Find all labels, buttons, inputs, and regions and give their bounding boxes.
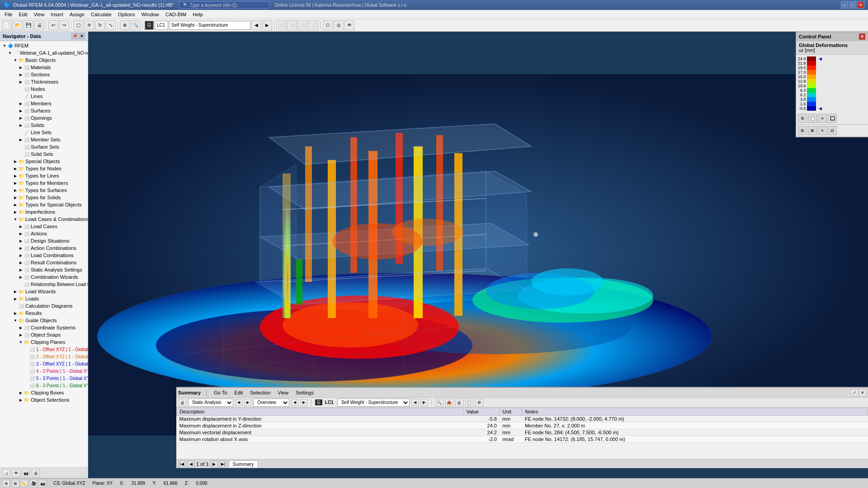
- toggle-types-special[interactable]: ▶: [13, 202, 18, 207]
- bt-zoom[interactable]: 🔍: [435, 399, 443, 407]
- toolbar-undo[interactable]: ↩: [48, 20, 58, 30]
- toggle-clip-boxes[interactable]: ▶: [18, 390, 24, 395]
- cp-icon5[interactable]: ⊞: [798, 126, 807, 135]
- viewport-3d[interactable]: Control Panel ✕ Global Deformations uz […: [88, 32, 868, 478]
- tree-cp5[interactable]: ⬜ 5 - 3 Points | 1 - Global XYZ: [0, 375, 88, 382]
- toggle-members[interactable]: ▶: [18, 101, 24, 106]
- bottom-prev-analysis[interactable]: ◀: [235, 399, 242, 406]
- bottom-next-analysis[interactable]: ▶: [244, 399, 251, 406]
- nav-bottom-display[interactable]: 👁: [12, 469, 20, 477]
- navigator-tree[interactable]: ▼ 🔷 RFEM ▼ 📄 Webinar_GA-1_all-updated_NO…: [0, 41, 88, 467]
- tree-cp4[interactable]: ⬜ 4 - 3 Points | 1 - Global XYZ: [0, 367, 88, 375]
- bt-print[interactable]: 🖨: [455, 399, 463, 407]
- toggle-materials[interactable]: ▶: [18, 65, 24, 70]
- tree-design-situations[interactable]: ▶ ⬜ Design Situations: [0, 237, 88, 244]
- menu-options[interactable]: Options: [115, 11, 138, 18]
- nav-bottom-data[interactable]: 📊: [2, 469, 10, 477]
- toggle-thicknesses[interactable]: ▶: [18, 79, 24, 84]
- nav-prev[interactable]: ◀: [187, 460, 194, 468]
- bt-copy[interactable]: 📋: [465, 399, 473, 407]
- tree-materials[interactable]: ▶ ⬜ Materials: [0, 64, 88, 71]
- toolbar-next-lc[interactable]: ▶: [262, 20, 272, 30]
- status-icon4[interactable]: 🎥: [30, 480, 37, 487]
- menu-cad-bim[interactable]: CAD-BIM: [163, 11, 189, 18]
- tree-solid-sets[interactable]: ⬜ Solid Sets: [0, 150, 88, 158]
- toggle-load-combs[interactable]: ▶: [18, 253, 24, 258]
- tree-types-members[interactable]: ▶ 📁 Types for Members: [0, 179, 88, 187]
- status-icon1[interactable]: ⊕: [3, 480, 10, 487]
- toggle-load-cases[interactable]: ▶: [18, 224, 24, 229]
- menu-insert[interactable]: Insert: [48, 11, 66, 18]
- control-panel-close[interactable]: ✕: [859, 33, 865, 40]
- tree-types-nodes[interactable]: ▶ 📁 Types for Nodes: [0, 165, 88, 172]
- bottom-tb-icon1[interactable]: 🖨: [178, 399, 186, 407]
- status-icon2[interactable]: ⊞: [12, 480, 19, 487]
- tree-coordinate-systems[interactable]: ▶ ⬜ Coordinate Systems: [0, 324, 88, 331]
- bottom-next-overview[interactable]: ▶: [300, 399, 307, 406]
- toolbar-select[interactable]: ▢: [73, 20, 83, 30]
- tree-loads[interactable]: ▶ 📁 Loads: [0, 295, 88, 302]
- toggle-line-sets[interactable]: [18, 130, 24, 135]
- tree-line-sets[interactable]: ╱ Line Sets: [0, 129, 88, 136]
- menu-edit[interactable]: Edit: [16, 11, 30, 18]
- minimize-button[interactable]: ─: [841, 1, 848, 9]
- status-icon5[interactable]: 📷: [39, 480, 46, 487]
- nav-last[interactable]: ▶|: [220, 460, 227, 468]
- toggle-surface-sets[interactable]: [18, 144, 24, 150]
- toggle-results[interactable]: ▶: [13, 310, 18, 316]
- tree-load-cases-combs[interactable]: ▼ 📁 Load Cases & Combinations: [0, 216, 88, 223]
- bottom-selection[interactable]: Selection: [248, 389, 272, 396]
- toolbar-save[interactable]: 💾: [24, 20, 33, 30]
- toggle-lines[interactable]: [18, 94, 24, 99]
- bottom-view[interactable]: View: [276, 389, 291, 396]
- tree-types-special[interactable]: ▶ 📁 Types for Special Objects: [0, 201, 88, 208]
- toggle-surfaces[interactable]: ▶: [18, 108, 24, 113]
- lc-number-combo[interactable]: LC1: [155, 21, 168, 30]
- tree-lines[interactable]: ╱ Lines: [0, 93, 88, 100]
- tree-cp1[interactable]: ⬜ 1 - Offset XYZ | 1 - Global X: [0, 346, 88, 353]
- toolbar-move[interactable]: ✛: [84, 20, 94, 30]
- navigator-close[interactable]: ✕: [79, 33, 85, 39]
- menu-help[interactable]: Help: [190, 11, 206, 18]
- tree-clipping-boxes[interactable]: ▶ 📁 Clipping Boxes: [0, 389, 88, 396]
- toolbar-rotate[interactable]: ↻: [95, 20, 105, 30]
- tree-rfem-root[interactable]: ▼ 🔷 RFEM: [0, 42, 88, 49]
- tree-types-surfaces[interactable]: ▶ 📁 Types for Surfaces: [0, 187, 88, 194]
- toolbar-isolate[interactable]: ◎: [334, 20, 344, 30]
- tree-load-combinations[interactable]: ▶ ⬜ Load Combinations: [0, 252, 88, 259]
- tree-cp3[interactable]: ⬜ 3 - Offset XYZ | 1 - Global X: [0, 360, 88, 367]
- tree-result-combinations[interactable]: ▶ ⬜ Result Combinations: [0, 259, 88, 266]
- tree-members[interactable]: ▶ ⬜ Members: [0, 100, 88, 107]
- bottom-expand[interactable]: ⤢: [851, 389, 858, 396]
- maximize-button[interactable]: □: [849, 1, 856, 9]
- toggle-obj-selections[interactable]: ▶: [18, 397, 24, 403]
- tree-load-wizards[interactable]: ▶ 📁 Load Wizards: [0, 288, 88, 295]
- toggle-actions[interactable]: ▶: [18, 231, 24, 236]
- navigator-pin[interactable]: 📌: [71, 33, 78, 39]
- tree-relationship-loads[interactable]: ⬜ Relationship Between Load C: [0, 281, 88, 288]
- toggle-types-lines[interactable]: ▶: [13, 173, 18, 178]
- toggle-clip-planes[interactable]: ▼: [18, 339, 24, 345]
- toggle-calc-diagrams[interactable]: [13, 303, 18, 309]
- toggle-webinar[interactable]: ▼: [7, 50, 13, 56]
- toggle-design-situations[interactable]: ▶: [18, 238, 24, 244]
- toggle-obj-snaps[interactable]: ▶: [18, 332, 24, 338]
- toggle-sections[interactable]: ▶: [18, 72, 24, 77]
- menu-view[interactable]: View: [31, 11, 47, 18]
- bottom-edit[interactable]: Edit: [232, 389, 245, 396]
- toolbar-redo[interactable]: ↪: [59, 20, 69, 30]
- toolbar-print[interactable]: 🖨: [34, 20, 44, 30]
- toolbar-view2[interactable]: ⬜: [287, 20, 297, 30]
- toggle-guide-objects[interactable]: ▼: [13, 318, 18, 323]
- toggle-result-combs[interactable]: ▶: [18, 260, 24, 265]
- cp-icon7[interactable]: ≡: [818, 126, 827, 135]
- tree-solids[interactable]: ▶ ⬜ Solids: [0, 122, 88, 129]
- toolbar-display[interactable]: 👁: [344, 20, 354, 30]
- toggle-types-solids[interactable]: ▶: [13, 195, 18, 200]
- bt-filter[interactable]: ⚙: [475, 399, 483, 407]
- tree-actions[interactable]: ▶ ⬜ Actions: [0, 230, 88, 237]
- lc-name-combo[interactable]: Self Weight - Superstructure: [169, 21, 250, 30]
- toolbar-view4[interactable]: ⬜: [309, 20, 319, 30]
- cp-icon8[interactable]: ⊟: [828, 126, 837, 135]
- summary-tab[interactable]: Summary: [229, 460, 258, 467]
